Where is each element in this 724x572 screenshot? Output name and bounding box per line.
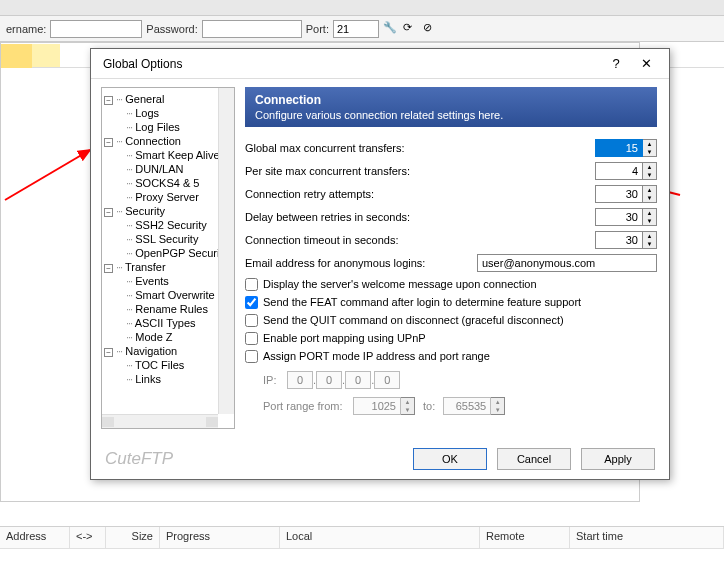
tree-rename[interactable]: Rename Rules — [135, 303, 208, 315]
tree-ssl[interactable]: SSL Security — [135, 233, 198, 245]
tree-transfer[interactable]: Transfer — [125, 261, 166, 273]
spinner-icon[interactable]: ▲▼ — [643, 185, 657, 203]
email-label: Email address for anonymous logins: — [245, 257, 477, 269]
ip-seg-3 — [345, 371, 371, 389]
upnp-check[interactable] — [245, 332, 258, 345]
global-max-label: Global max concurrent transfers: — [245, 142, 595, 154]
col-progress[interactable]: Progress — [160, 527, 280, 548]
col-remote[interactable]: Remote — [480, 527, 570, 548]
email-input[interactable] — [477, 254, 657, 272]
portmode-check[interactable] — [245, 350, 258, 363]
timeout-input[interactable] — [595, 231, 643, 249]
tree-links[interactable]: Links — [135, 373, 161, 385]
tree-general[interactable]: General — [125, 93, 164, 105]
tree-ascii[interactable]: ASCII Types — [135, 317, 196, 329]
tree-events[interactable]: Events — [135, 275, 169, 287]
tree-connection[interactable]: Connection — [125, 135, 181, 147]
refresh-icon[interactable]: ⟳ — [403, 21, 419, 37]
tree-toc[interactable]: TOC Files — [135, 359, 184, 371]
section-title: Connection — [255, 93, 647, 107]
section-desc: Configure various connection related set… — [255, 109, 647, 121]
spinner-icon: ▲▼ — [401, 397, 415, 415]
dialog-footer: CuteFTP OK Cancel Apply — [91, 437, 669, 481]
port-range-label: Port range from: — [263, 400, 353, 412]
retry-label: Connection retry attempts: — [245, 188, 595, 200]
col-start[interactable]: Start time — [570, 527, 724, 548]
port-from-input — [353, 397, 401, 415]
ip-label: IP: — [263, 374, 287, 386]
col-direction[interactable]: <-> — [70, 527, 106, 548]
port-to-input — [443, 397, 491, 415]
close-button[interactable]: ✕ — [631, 52, 661, 76]
tree-smartow[interactable]: Smart Overwrite — [135, 289, 214, 301]
username-label: ername: — [6, 23, 46, 35]
credentials-bar: ername: Password: Port: 🔧 ⟳ ⊘ — [0, 16, 724, 42]
tree-modez[interactable]: Mode Z — [135, 331, 172, 343]
connect-icon[interactable]: 🔧 — [383, 21, 399, 37]
port-input[interactable] — [333, 20, 379, 38]
ip-seg-2 — [316, 371, 342, 389]
help-button[interactable]: ? — [601, 52, 631, 76]
cancel-button[interactable]: Cancel — [497, 448, 571, 470]
port-label: Port: — [306, 23, 329, 35]
spinner-icon[interactable]: ▲▼ — [643, 139, 657, 157]
expand-icon[interactable]: − — [104, 348, 113, 357]
dialog-title: Global Options — [103, 57, 601, 71]
per-site-max-input[interactable] — [595, 162, 643, 180]
apply-button[interactable]: Apply — [581, 448, 655, 470]
tree-scrollbar-v[interactable] — [218, 88, 234, 414]
delay-input[interactable] — [595, 208, 643, 226]
quit-check-label: Send the QUIT command on disconnect (gra… — [263, 314, 564, 326]
top-toolbar-strip — [0, 0, 724, 16]
tree-log-files[interactable]: Log Files — [135, 121, 180, 133]
tree-proxy[interactable]: Proxy Server — [135, 191, 199, 203]
tree-logs[interactable]: Logs — [135, 107, 159, 119]
welcome-check[interactable] — [245, 278, 258, 291]
welcome-check-label: Display the server's welcome message upo… — [263, 278, 537, 290]
expand-icon[interactable]: − — [104, 96, 113, 105]
tree-security[interactable]: Security — [125, 205, 165, 217]
password-input[interactable] — [202, 20, 302, 38]
settings-pane: Connection Configure various connection … — [235, 79, 669, 437]
retry-input[interactable] — [595, 185, 643, 203]
spinner-icon: ▲▼ — [491, 397, 505, 415]
tree-ssh2[interactable]: SSH2 Security — [135, 219, 207, 231]
tree-scrollbar-h[interactable] — [102, 414, 218, 428]
spinner-icon[interactable]: ▲▼ — [643, 231, 657, 249]
quit-check[interactable] — [245, 314, 258, 327]
stop-icon[interactable]: ⊘ — [423, 21, 439, 37]
col-local[interactable]: Local — [280, 527, 480, 548]
spinner-icon[interactable]: ▲▼ — [643, 208, 657, 226]
upnp-check-label: Enable port mapping using UPnP — [263, 332, 426, 344]
col-size[interactable]: Size — [106, 527, 160, 548]
tree-navigation[interactable]: Navigation — [125, 345, 177, 357]
ok-button[interactable]: OK — [413, 448, 487, 470]
feat-check[interactable] — [245, 296, 258, 309]
global-max-input[interactable] — [595, 139, 643, 157]
feat-check-label: Send the FEAT command after login to det… — [263, 296, 581, 308]
username-input[interactable] — [50, 20, 142, 38]
dialog-titlebar[interactable]: Global Options ? ✕ — [91, 49, 669, 79]
global-options-dialog: Global Options ? ✕ −··· General ··· Logs… — [90, 48, 670, 480]
transfer-queue-grid: Address <-> Size Progress Local Remote S… — [0, 526, 724, 572]
delay-label: Delay between retries in seconds: — [245, 211, 595, 223]
section-header: Connection Configure various connection … — [245, 87, 657, 127]
tree-ska[interactable]: Smart Keep Alive — [135, 149, 218, 161]
col-address[interactable]: Address — [0, 527, 70, 548]
port-to-label: to: — [423, 400, 435, 412]
ip-seg-1 — [287, 371, 313, 389]
tree-socks[interactable]: SOCKS4 & 5 — [135, 177, 199, 189]
timeout-label: Connection timeout in seconds: — [245, 234, 595, 246]
tree-openpgp[interactable]: OpenPGP Security — [135, 247, 218, 259]
per-site-max-label: Per site max concurrent transfers: — [245, 165, 595, 177]
password-label: Password: — [146, 23, 197, 35]
ip-seg-4 — [374, 371, 400, 389]
expand-icon[interactable]: − — [104, 208, 113, 217]
options-tree[interactable]: −··· General ··· Logs ··· Log Files −···… — [101, 87, 235, 429]
portmode-check-label: Assign PORT mode IP address and port ran… — [263, 350, 490, 362]
expand-icon[interactable]: − — [104, 138, 113, 147]
spinner-icon[interactable]: ▲▼ — [643, 162, 657, 180]
tree-dunlan[interactable]: DUN/LAN — [135, 163, 183, 175]
brand-label: CuteFTP — [105, 449, 403, 469]
expand-icon[interactable]: − — [104, 264, 113, 273]
